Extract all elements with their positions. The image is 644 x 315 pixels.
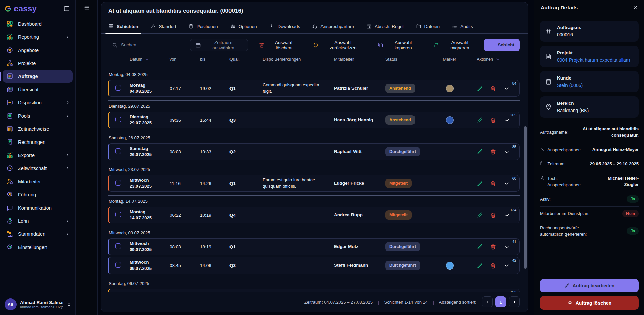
tab-optionen[interactable]: Optionen [230,24,257,29]
auswahl-kopieren-button[interactable]: Auswahl kopieren [376,40,422,51]
sidebar-item-rechnungen[interactable]: Rechnungen [3,136,73,148]
expand-row-icon[interactable] [503,117,510,123]
column-header-status[interactable]: Status [385,57,428,62]
sidebar-item-pools[interactable]: Pools [3,109,73,122]
edit-shift-icon[interactable] [477,85,483,92]
tab-audits[interactable]: Audits [452,24,473,29]
sidebar-item-lohn[interactable]: Lohn [3,215,73,227]
sidebar-item-disposition[interactable]: Disposition [3,96,73,109]
expand-row-icon[interactable] [503,180,510,187]
sidebar-item-einstellungen[interactable]: Einstellungen [3,241,73,253]
column-header-aktionen[interactable]: Aktionen [471,57,510,62]
shift-row: Mittwoch09.07.202508:0318:19Q1Edgar Metz… [108,238,520,255]
edit-shift-icon[interactable] [477,117,483,123]
tab-positionen[interactable]: Positionen [188,24,218,29]
next-page-button[interactable] [509,296,520,307]
expand-row-icon[interactable] [503,85,510,92]
marker-dot [446,262,454,270]
sidebar-item-führung[interactable]: Führung [3,188,73,201]
reset-icon [313,42,319,48]
auftrag-loeschen-button[interactable]: Auftrag löschen [540,296,639,310]
shift-id-number: 265 [510,113,516,117]
auswahl-migrieren-button[interactable]: Auswahl migrieren [431,40,479,51]
auswahl-löschen-button[interactable]: Auswahl löschen [257,40,302,51]
tab-standort[interactable]: Standort [151,24,176,29]
date-group: Samstag, 26.07.2025Samstag26.07.202508:0… [108,132,520,160]
delete-shift-icon[interactable] [490,149,496,155]
status-badge: Anstehend [385,115,415,125]
sidebar-item-exporte[interactable]: Exporte [3,149,73,161]
sidebar-item-angebote[interactable]: Angebote [3,44,73,56]
sidebar-item-kommunikation[interactable]: Kommunikation [3,201,73,214]
zeitnachweise-icon [6,125,13,132]
sidebar-item-zeitwirtschaft[interactable]: Zeitwirtschaft [3,162,73,175]
row-checkbox[interactable] [115,117,121,122]
kunde-value[interactable]: Stein (0006) [557,83,583,88]
row-checkbox[interactable] [115,212,121,217]
edit-shift-icon[interactable] [477,212,483,218]
delete-shift-icon[interactable] [490,244,496,250]
edit-shift-icon[interactable] [477,244,483,250]
edit-shift-icon[interactable] [477,180,483,187]
eassy-logo[interactable]: eassy [5,4,37,13]
edit-shift-icon[interactable] [477,149,483,155]
projekt-value[interactable]: 0004 Projekt harum expedita ullam [557,57,630,63]
delete-shift-icon[interactable] [490,85,496,92]
tab-downloads[interactable]: Downloads [269,24,300,29]
auftrag-bearbeiten-button[interactable]: Auftrag bearbeiten [540,279,639,292]
sidebar-item-mitarbeiter[interactable]: Mitarbeiter [3,175,73,188]
sidebar-item-reporting[interactable]: Reporting [3,31,73,43]
expand-row-icon[interactable] [503,244,510,250]
table-scrollbar[interactable] [524,126,527,269]
prev-page-button[interactable] [482,296,493,307]
delete-shift-icon[interactable] [490,262,496,269]
dispo-bemerkung: Commodi quisquam expedita fugit. [263,82,334,95]
sidebar-item-übersicht[interactable]: Übersicht [3,83,73,96]
column-header-marker[interactable]: Marker [428,57,471,62]
sidebar-item-label: Disposition [18,100,42,105]
delete-shift-icon[interactable] [490,212,496,218]
delete-shift-icon[interactable] [490,180,496,187]
hamburger-menu-icon[interactable] [83,4,90,11]
add-schicht-button[interactable]: Schicht [484,39,520,51]
user-menu[interactable]: AS Ahmad Rami Salman ahmad.rami.salman19… [0,294,75,315]
row-checkbox[interactable] [115,148,121,154]
tab-schichten[interactable]: Schichten [108,24,139,29]
expand-row-icon[interactable] [503,262,510,269]
close-icon[interactable] [633,5,638,10]
column-header-dispo-bemerkungen[interactable]: Dispo Bemerkungen [263,57,334,62]
column-header-datum[interactable]: Datum [130,57,170,62]
sidebar-item-dashboard[interactable]: Dashboard [3,18,73,30]
row-checkbox[interactable] [115,262,121,268]
zeitraum-button[interactable]: Zeitraum auswählen [190,39,248,51]
column-header-von[interactable]: von [170,57,200,62]
sidebar-item-projekte[interactable]: Projekte [3,57,73,69]
row-checkbox[interactable] [115,180,121,186]
sidebar-item-stammdaten[interactable]: Stammdaten [3,228,73,240]
status-badge: Durchgeführt [385,147,420,156]
shift-start: 07:17 [170,86,200,91]
page-1-button[interactable]: 1 [495,296,506,307]
edit-shift-icon[interactable] [477,262,483,269]
column-header-qual[interactable]: Qual. [229,57,263,62]
bereich-value: Backnang (BK) [557,108,589,113]
tab-dateien[interactable]: Dateien [416,24,440,29]
row-checkbox[interactable] [115,243,121,249]
column-header-mitarbeiter[interactable]: Mitarbeiter [334,57,385,62]
tab-abrech-regel[interactable]: Abrech. Regel [366,24,404,29]
auftrag-card: At ut aliquam aut blanditiis consequatur… [101,2,528,312]
sidebar-item-aufträge[interactable]: Aufträge [3,70,73,83]
column-header-bis[interactable]: bis [200,57,229,62]
delete-shift-icon[interactable] [490,117,496,123]
expand-row-icon[interactable] [503,149,510,155]
row-checkbox[interactable] [115,85,121,91]
sort-up-icon [145,57,149,62]
auswahl-zurücksetzen-button[interactable]: Auswahl zurücksetzen [311,40,366,51]
auftrag-bearbeiten-label: Auftrag bearbeiten [573,283,614,288]
expand-row-icon[interactable] [503,212,510,218]
sidebar-item-zeitnachweise[interactable]: Zeitnachweise [3,123,73,135]
trash-icon [259,42,265,48]
tab-ansprechpartner[interactable]: Ansprechpartner [312,24,354,29]
search-input[interactable] [120,42,181,48]
collapse-sidebar-icon[interactable] [63,5,70,12]
